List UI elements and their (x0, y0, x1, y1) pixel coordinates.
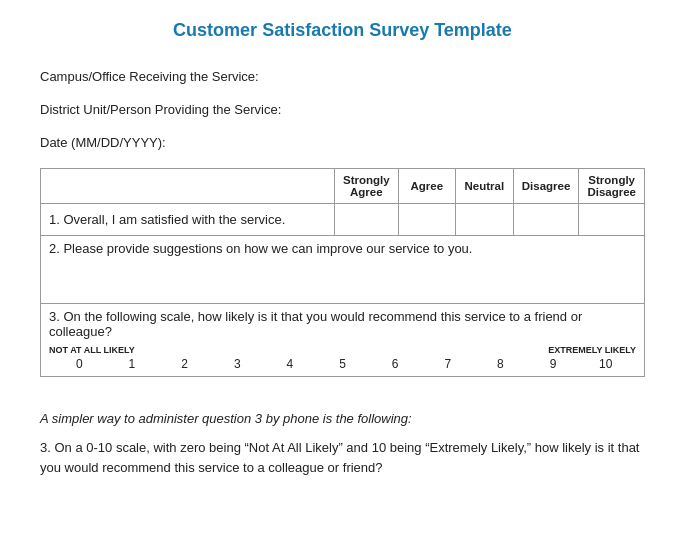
scale-num-2: 2 (158, 357, 211, 371)
survey-table: Strongly Agree Agree Neutral Disagree St… (40, 168, 645, 377)
scale-num-4: 4 (264, 357, 317, 371)
q1-agree-cell[interactable] (398, 204, 455, 236)
q3-phone-text: 3. On a 0-10 scale, with zero being “Not… (40, 438, 645, 477)
scale-num-0: 0 (53, 357, 106, 371)
header-question (41, 169, 335, 204)
scale-num-7: 7 (421, 357, 474, 371)
italic-note: A simpler way to administer question 3 b… (40, 411, 645, 426)
district-field: District Unit/Person Providing the Servi… (40, 102, 645, 117)
q1-neutral-cell[interactable] (455, 204, 513, 236)
header-disagree: Disagree (513, 169, 579, 204)
scale-num-6: 6 (369, 357, 422, 371)
q1-strongly-disagree-cell[interactable] (579, 204, 645, 236)
scale-high-label: EXTREMELY LIKELY (548, 345, 636, 355)
scale-low-label: NOT AT ALL LIKELY (49, 345, 135, 355)
table-row-q1: 1. Overall, I am satisfied with the serv… (41, 204, 645, 236)
scale-num-5: 5 (316, 357, 369, 371)
date-field: Date (MM/DD/YYYY): (40, 135, 645, 150)
header-agree: Agree (398, 169, 455, 204)
q3-cell: 3. On the following scale, how likely is… (41, 304, 645, 377)
table-row-q3: 3. On the following scale, how likely is… (41, 304, 645, 377)
scale-num-10: 10 (579, 357, 632, 371)
scale-num-1: 1 (106, 357, 159, 371)
q1-disagree-cell[interactable] (513, 204, 579, 236)
scale-num-9: 9 (527, 357, 580, 371)
header-strongly-agree: Strongly Agree (335, 169, 399, 204)
header-neutral: Neutral (455, 169, 513, 204)
scale-num-8: 8 (474, 357, 527, 371)
q1-text: 1. Overall, I am satisfied with the serv… (41, 204, 335, 236)
scale-container: NOT AT ALL LIKELY EXTREMELY LIKELY 0 1 2… (49, 345, 636, 371)
q3-question-text: 3. On the following scale, how likely is… (49, 309, 636, 339)
scale-num-3: 3 (211, 357, 264, 371)
scale-labels: NOT AT ALL LIKELY EXTREMELY LIKELY (49, 345, 636, 355)
table-row-q2: 2. Please provide suggestions on how we … (41, 236, 645, 304)
page-title: Customer Satisfaction Survey Template (40, 20, 645, 41)
q2-text: 2. Please provide suggestions on how we … (41, 236, 645, 304)
header-strongly-disagree: Strongly Disagree (579, 169, 645, 204)
campus-field: Campus/Office Receiving the Service: (40, 69, 645, 84)
scale-numbers: 0 1 2 3 4 5 6 7 8 9 10 (49, 357, 636, 371)
q1-strongly-agree-cell[interactable] (335, 204, 399, 236)
